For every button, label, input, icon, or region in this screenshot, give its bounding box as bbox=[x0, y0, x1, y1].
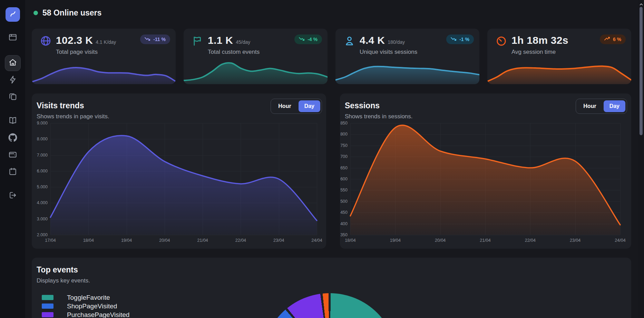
x-axis-label: 18/04 bbox=[345, 238, 355, 243]
lightning-icon bbox=[8, 75, 17, 86]
user-icon bbox=[344, 35, 355, 47]
trend-badge: -1 % bbox=[446, 34, 474, 44]
timer-icon bbox=[496, 35, 507, 47]
legend-swatch bbox=[42, 304, 53, 309]
visits-trends-panel: Visits trends Shows trends in page visit… bbox=[32, 93, 326, 249]
trend-down-icon bbox=[145, 37, 151, 42]
trend-badge-text: 6 % bbox=[613, 37, 621, 42]
sessions-line-chart: 85080075070065060055050045040035018/0419… bbox=[350, 123, 620, 235]
area-chart-svg bbox=[350, 123, 620, 235]
x-axis-label: 19/04 bbox=[121, 238, 132, 243]
stat-value: 4.4 K bbox=[360, 34, 385, 46]
y-axis-label: 4.000 bbox=[37, 200, 48, 205]
sidebar-item-events[interactable] bbox=[6, 73, 20, 87]
stat-card-page-visits: 102.3 K 4.1 K/day Total page visits -11 … bbox=[32, 29, 176, 84]
stat-card-custom-events: 1.1 K 45/day Total custom events -4 % bbox=[184, 29, 328, 84]
trend-down-icon bbox=[299, 37, 305, 42]
logout-icon bbox=[8, 191, 17, 201]
stat-value: 102.3 K bbox=[56, 34, 93, 46]
stat-card-session-time: 1h 18m 32s Avg session time 6 % bbox=[487, 29, 631, 84]
stat-rate: 4.1 K/day bbox=[96, 39, 116, 45]
trend-badge: 6 % bbox=[600, 34, 626, 44]
legend-swatch bbox=[42, 295, 53, 300]
x-axis-label: 24/04 bbox=[311, 238, 322, 243]
sidebar-item-wallet[interactable] bbox=[6, 148, 20, 162]
sidebar bbox=[0, 0, 25, 318]
scroll-up-arrow-icon[interactable] bbox=[639, 1, 643, 7]
stat-value: 1h 18m 32s bbox=[511, 34, 568, 46]
y-axis-label: 450 bbox=[340, 210, 348, 215]
day-button[interactable]: Day bbox=[604, 100, 625, 112]
visits-line-chart: 9.0008.0007.0006.0005.0004.0003.0002.000… bbox=[50, 123, 317, 235]
pie-legend: ToggleFavorite ShopPageVisited PurchaseP… bbox=[42, 295, 129, 318]
area-chart-svg bbox=[50, 123, 317, 235]
y-axis-label: 8.000 bbox=[37, 137, 48, 141]
gridline-vertical bbox=[620, 123, 621, 235]
sessions-range-toggle: Hour Day bbox=[576, 99, 627, 114]
logo-wave-icon bbox=[8, 9, 17, 20]
y-axis-label: 6.000 bbox=[37, 169, 48, 173]
app-logo[interactable] bbox=[6, 7, 20, 22]
x-axis-label: 17/04 bbox=[45, 238, 56, 243]
legend-item-shoppagevisited[interactable]: ShopPageVisited bbox=[42, 304, 129, 309]
x-axis-label: 20/04 bbox=[435, 238, 446, 243]
stat-rate: 45/day bbox=[236, 39, 250, 45]
stat-card-unique-sessions: 4.4 K 180/day Unique visits sessions -1 … bbox=[335, 29, 479, 84]
y-axis-label: 400 bbox=[340, 221, 348, 226]
stat-rate: 180/day bbox=[388, 39, 405, 45]
panel-subtitle: Shows trends in sessions. bbox=[345, 113, 413, 120]
x-axis-label: 20/04 bbox=[159, 238, 170, 243]
y-axis-label: 850 bbox=[340, 121, 348, 126]
x-axis-label: 19/04 bbox=[390, 238, 401, 243]
gridline-horizontal bbox=[50, 235, 317, 235]
browser-window-icon bbox=[8, 33, 17, 43]
page-scrollbar bbox=[638, 0, 644, 318]
trend-badge-text: -4 % bbox=[308, 37, 318, 42]
y-axis-label: 7.000 bbox=[37, 153, 48, 158]
sidebar-item-pages[interactable] bbox=[6, 90, 20, 104]
scrollbar-thumb[interactable] bbox=[640, 7, 643, 135]
legend-item-purchasepagevisited[interactable]: PurchasePageVisited bbox=[42, 312, 129, 317]
legend-item-togglefavorite[interactable]: ToggleFavorite bbox=[42, 295, 129, 300]
sidebar-item-docs[interactable] bbox=[6, 114, 20, 128]
x-axis-label: 22/04 bbox=[525, 238, 536, 243]
stat-label: Avg session time bbox=[511, 49, 571, 56]
sidebar-item-calendar[interactable] bbox=[6, 165, 20, 179]
sparkline-svg bbox=[335, 58, 479, 84]
hour-button[interactable]: Hour bbox=[577, 100, 602, 112]
sidebar-item-github[interactable] bbox=[6, 131, 20, 145]
panel-title: Sessions bbox=[345, 101, 413, 110]
online-users-label: 58 Online users bbox=[42, 8, 101, 18]
sidebar-item-home[interactable] bbox=[5, 55, 21, 71]
y-axis-label: 9.000 bbox=[37, 121, 48, 126]
legend-label: PurchasePageVisited bbox=[67, 311, 129, 318]
stat-label: Total custom events bbox=[208, 49, 260, 56]
stat-value: 1.1 K bbox=[208, 34, 233, 46]
y-axis-label: 350 bbox=[340, 232, 348, 237]
sidebar-item-browser[interactable] bbox=[6, 31, 20, 45]
top-events-pie-chart bbox=[262, 293, 397, 318]
y-axis-label: 650 bbox=[340, 166, 348, 170]
sparkline-chart bbox=[32, 58, 176, 84]
y-axis-label: 600 bbox=[340, 177, 348, 181]
y-axis-label: 500 bbox=[340, 199, 348, 204]
sparkline-svg bbox=[32, 58, 176, 84]
x-axis-label: 23/04 bbox=[273, 238, 284, 243]
y-axis-label: 5.000 bbox=[37, 185, 48, 189]
github-icon bbox=[8, 133, 17, 143]
top-events-panel: Top events Displays key events. ToggleFa… bbox=[32, 258, 631, 318]
x-axis-label: 23/04 bbox=[570, 238, 580, 243]
panel-title: Top events bbox=[37, 265, 90, 275]
stat-label: Total page visits bbox=[56, 49, 116, 56]
hour-button[interactable]: Hour bbox=[272, 100, 297, 112]
home-icon bbox=[8, 58, 17, 68]
online-status-dot bbox=[33, 11, 38, 15]
stat-label: Unique visits sessions bbox=[360, 49, 417, 56]
x-axis-label: 22/04 bbox=[235, 238, 246, 243]
sidebar-item-logout[interactable] bbox=[6, 189, 20, 203]
x-axis-label: 24/04 bbox=[615, 238, 625, 243]
day-button[interactable]: Day bbox=[299, 100, 320, 112]
trend-up-icon bbox=[604, 37, 611, 42]
wallet-icon bbox=[8, 150, 17, 160]
y-axis-label: 750 bbox=[340, 143, 348, 148]
